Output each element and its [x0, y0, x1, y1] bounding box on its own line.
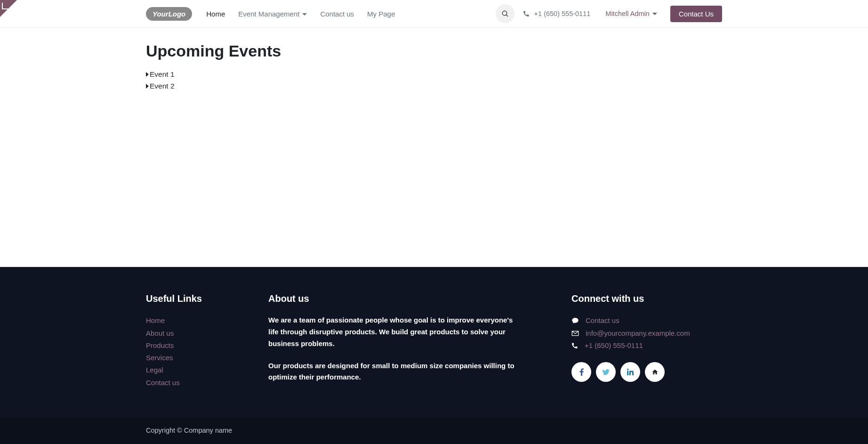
site-logo[interactable]: YourLogo: [146, 7, 192, 21]
nav-home[interactable]: Home: [201, 6, 230, 22]
footer-link-about-us[interactable]: About us: [146, 327, 249, 339]
footer-contact-link[interactable]: Contact us: [586, 315, 619, 327]
caret-right-icon: [146, 84, 149, 89]
footer-link-legal[interactable]: Legal: [146, 364, 249, 376]
footer-useful-links-title: Useful Links: [146, 293, 249, 304]
copyright-text: Copyright © Company name: [146, 427, 232, 434]
phone-icon: [571, 342, 578, 349]
phone-icon: [523, 10, 530, 17]
footer-about-p2: Our products are designed for small to m…: [268, 360, 522, 384]
footer-link-products[interactable]: Products: [146, 339, 249, 352]
footer-link-home[interactable]: Home: [146, 315, 249, 327]
linkedin-icon: [627, 369, 634, 375]
social-linkedin[interactable]: [620, 362, 640, 382]
nav-my-page[interactable]: My Page: [362, 6, 400, 22]
event-item-1[interactable]: Event 1: [146, 69, 722, 81]
event-label: Event 2: [150, 81, 175, 92]
footer-email-link[interactable]: info@yourcompany.example.com: [586, 327, 690, 339]
footer-connect-title: Connect with us: [571, 293, 722, 304]
footer-link-services[interactable]: Services: [146, 352, 249, 364]
footer-link-contact-us[interactable]: Contact us: [146, 377, 249, 389]
edit-corner-tab[interactable]: [0, 0, 17, 17]
user-menu[interactable]: Mitchell Admin: [605, 10, 657, 17]
footer-about-title: About us: [268, 293, 522, 304]
contact-us-button[interactable]: Contact Us: [670, 6, 722, 22]
nav-contact-us[interactable]: Contact us: [315, 6, 359, 22]
svg-point-0: [502, 11, 506, 15]
footer-about-p1: We are a team of passionate people whose…: [268, 315, 522, 349]
social-home[interactable]: [645, 362, 665, 382]
header-phone-text: +1 (650) 555-0111: [534, 10, 591, 17]
twitter-icon: [602, 369, 610, 375]
page-title: Upcoming Events: [146, 42, 722, 60]
header-phone[interactable]: +1 (650) 555-0111: [523, 10, 591, 17]
user-name: Mitchell Admin: [605, 10, 649, 17]
caret-right-icon: [146, 72, 149, 77]
facebook-icon: [579, 368, 584, 376]
chat-icon: [571, 317, 579, 324]
site-footer: Useful Links HomeAbout usProductsService…: [0, 267, 868, 444]
event-label: Event 1: [150, 69, 175, 81]
event-item-2[interactable]: Event 2: [146, 81, 722, 92]
footer-phone-link[interactable]: +1 (650) 555-0111: [585, 339, 643, 352]
email-icon: [571, 330, 579, 337]
site-header: YourLogo Home Event Management Contact u…: [0, 0, 868, 28]
nav-event-management[interactable]: Event Management: [233, 6, 312, 22]
svg-line-1: [506, 15, 507, 16]
main-content: Upcoming Events Event 1Event 2: [0, 28, 868, 111]
social-twitter[interactable]: [596, 362, 616, 382]
social-facebook[interactable]: [571, 362, 591, 382]
home-icon: [651, 369, 659, 375]
search-icon: [501, 10, 509, 17]
search-button[interactable]: [496, 4, 514, 23]
